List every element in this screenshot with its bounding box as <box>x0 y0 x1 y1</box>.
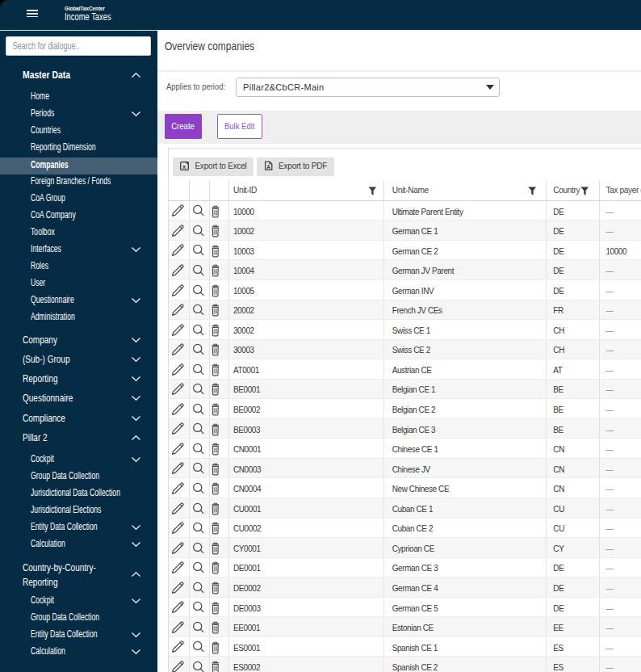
svg-text:x: x <box>182 163 186 170</box>
svg-text:A: A <box>266 164 270 170</box>
